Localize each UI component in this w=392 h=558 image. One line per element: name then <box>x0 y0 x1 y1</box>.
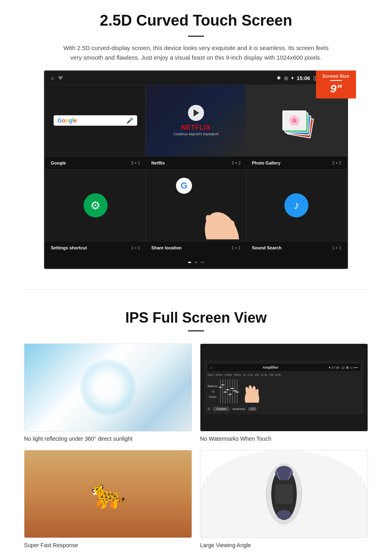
svg-point-0 <box>199 207 245 239</box>
feature-img-sunlight <box>24 343 192 432</box>
netflix-play-button[interactable] <box>188 105 204 121</box>
gear-icon: ⚙ <box>90 199 100 212</box>
maps-g-logo: G <box>176 178 192 194</box>
amplifier-label: No Watermarks When Touch <box>200 436 368 442</box>
sound-search-cell[interactable]: ♪ <box>246 169 347 241</box>
section1-title: 2.5D Curved Touch Screen <box>24 12 368 29</box>
google-logo: Google <box>58 117 77 124</box>
toggle-off: ○ <box>248 407 256 411</box>
google-search-bar[interactable]: Google 🎤 <box>54 115 137 126</box>
sound-search-name: Sound Search <box>252 245 282 250</box>
app-label-row1: Google 3 × 1 Netflix 3 × 2 Photo Gallery… <box>45 157 347 169</box>
section-divider <box>24 289 368 289</box>
custom-button[interactable]: Custom <box>213 407 229 411</box>
slider-handle-8 <box>236 391 239 393</box>
settings-cell[interactable]: ⚙ <box>45 169 146 241</box>
cheetah-label: Super Fast Response <box>24 542 192 548</box>
netflix-content: NETFLIX Continue Marvel's Daredevil <box>146 101 246 140</box>
car-label: Large Viewing Angle <box>200 542 368 548</box>
netflix-subtitle: Continue Marvel's Daredevil <box>150 132 242 136</box>
music-note-icon: ♪ <box>294 199 299 212</box>
settings-icon-circle: ⚙ <box>84 193 108 217</box>
amp-wifi: ▾ 17:33 <box>329 366 339 369</box>
sound-search-label: Sound Search 1 × 1 <box>246 244 347 252</box>
slider-handle-6 <box>231 388 234 389</box>
sun-burst <box>80 359 136 415</box>
settings-label: Settings shortcut 1 × 1 <box>45 244 146 252</box>
slider-handle-1 <box>219 387 222 388</box>
mic-icon: 🎤 <box>126 117 133 124</box>
feature-img-cheetah: 🐆 <box>24 450 192 538</box>
device-container: Screen Size 9" ⌂ Ψ ✱ ◎ ▾ <box>24 70 368 269</box>
slider-3 <box>225 379 226 403</box>
amp-sliders <box>220 379 238 403</box>
photo-gallery-name: Photo Gallery <box>252 161 281 165</box>
flower-icon: 🌸 <box>288 115 300 126</box>
slider-6 <box>232 379 233 403</box>
feature-car: Large Viewing Angle <box>200 450 368 548</box>
hand-svg <box>242 375 262 403</box>
section2: IPS Full Screen View No light reflecting… <box>0 301 392 558</box>
dot-1 <box>194 262 198 263</box>
amp-sliders-row: Balance ◁) Fader <box>208 378 360 405</box>
photo-stack: 🌸 <box>280 104 312 136</box>
netflix-name: Netflix <box>151 161 165 165</box>
photo-gallery-label: Photo Gallery 2 × 2 <box>246 159 347 167</box>
slider-handle-5 <box>228 394 232 395</box>
share-location-cell[interactable]: G <box>146 169 246 241</box>
section1-description: With 2.5D curved-display screen, this de… <box>60 43 332 62</box>
slider-8 <box>237 379 238 403</box>
slider-handle-4 <box>226 389 229 390</box>
feature-img-car <box>200 450 368 538</box>
amp-side-labels: Balance ◁) Fader <box>208 385 219 398</box>
pagination-dots <box>45 254 347 268</box>
slider-4 <box>227 379 228 403</box>
sound-search-size: 1 × 1 <box>332 246 341 250</box>
dot-active <box>188 262 191 263</box>
amp-controls: ◫ ⊠ ▭ ⟵ <box>342 366 358 369</box>
feature-sunlight: No light reflecting under 360° direct su… <box>24 343 192 442</box>
dot-2 <box>201 262 204 263</box>
amp-footer: ⟨⟨ Custom loudness ○ <box>208 407 360 411</box>
screen-size-badge: Screen Size 9" <box>316 70 356 98</box>
badge-size: 9" <box>320 82 352 95</box>
app-label-row2: Settings shortcut 1 × 1 Share location 1… <box>45 241 347 254</box>
car-top-view <box>264 462 304 526</box>
netflix-logo: NETFLIX <box>150 124 242 131</box>
slider-1 <box>220 379 221 403</box>
page: 2.5D Curved Touch Screen With 2.5D curve… <box>0 0 392 558</box>
google-app-cell[interactable]: Google 🎤 <box>45 84 146 157</box>
section1-divider <box>188 36 204 37</box>
share-location-label: Share location 1 × 1 <box>146 244 246 252</box>
google-label: Google 3 × 1 <box>45 159 146 167</box>
netflix-app-cell[interactable]: NETFLIX Continue Marvel's Daredevil <box>146 84 246 157</box>
cheetah-icon: 🐆 <box>91 478 126 510</box>
photo-gallery-size: 2 × 2 <box>332 161 341 165</box>
svg-point-13 <box>275 466 293 480</box>
netflix-size: 3 × 2 <box>232 161 241 165</box>
share-location-size: 1 × 1 <box>232 246 241 250</box>
location-icon: ◎ <box>284 75 288 81</box>
slider-handle-2 <box>221 384 224 385</box>
settings-name: Settings shortcut <box>51 245 87 250</box>
slider-handle-3 <box>224 391 227 393</box>
badge-label: Screen Size <box>320 74 352 78</box>
sound-icon-circle: ♪ <box>284 193 308 217</box>
car-svg <box>264 462 304 526</box>
amp-title: Amplifier <box>214 365 326 369</box>
status-time: 15:06 <box>297 75 310 81</box>
device-wrapper: Screen Size 9" ⌂ Ψ ✱ ◎ ▾ <box>44 70 348 269</box>
section2-divider <box>188 330 204 331</box>
sunlight-label: No light reflecting under 360° direct su… <box>24 436 192 442</box>
feature-cheetah: 🐆 Super Fast Response <box>24 450 192 548</box>
status-bar: ⌂ Ψ ✱ ◎ ▾ 15:06 ◫ ◁) ▣ ▭ <box>45 72 347 84</box>
share-location-name: Share location <box>151 245 182 250</box>
sunlight-visual <box>24 344 192 431</box>
amp-back: ⟨⟨ <box>208 407 210 411</box>
loudness-label: loudness <box>232 407 245 411</box>
device-screen: ⌂ Ψ ✱ ◎ ▾ 15:06 ◫ ◁) ▣ ▭ <box>44 70 348 269</box>
features-grid: No light reflecting under 360° direct su… <box>24 343 368 548</box>
badge-divider <box>330 80 342 81</box>
amp-bars <box>220 379 262 403</box>
play-triangle <box>194 109 199 116</box>
